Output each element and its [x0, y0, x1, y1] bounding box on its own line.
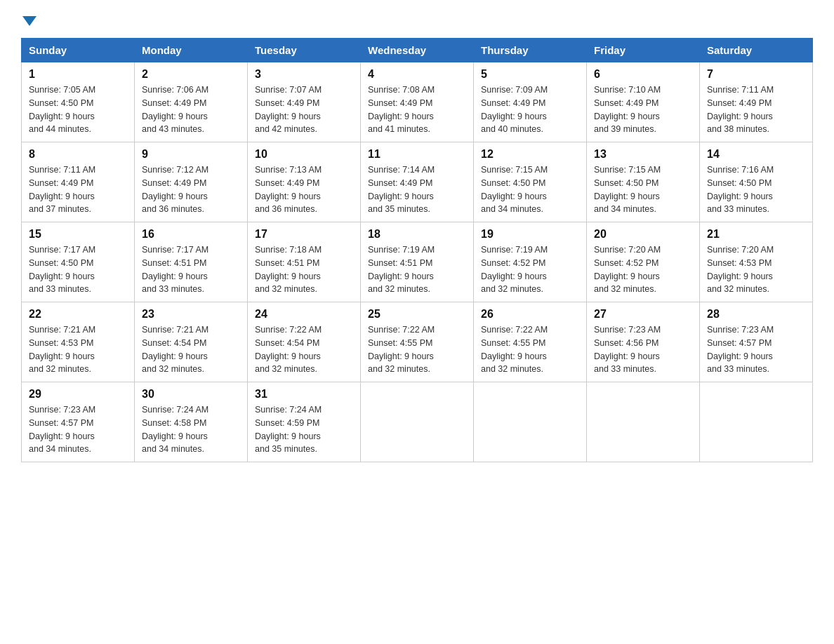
day-info: Sunrise: 7:15 AM Sunset: 4:50 PM Dayligh…: [594, 163, 692, 216]
day-number: 22: [29, 308, 127, 321]
day-info: Sunrise: 7:23 AM Sunset: 4:57 PM Dayligh…: [707, 323, 805, 376]
header-thursday: Thursday: [474, 39, 587, 62]
day-info: Sunrise: 7:06 AM Sunset: 4:49 PM Dayligh…: [142, 83, 240, 136]
day-number: 9: [142, 148, 240, 161]
day-number: 3: [255, 68, 353, 81]
day-info: Sunrise: 7:20 AM Sunset: 4:53 PM Dayligh…: [707, 243, 805, 296]
day-info: Sunrise: 7:17 AM Sunset: 4:51 PM Dayligh…: [142, 243, 240, 296]
day-info: Sunrise: 7:20 AM Sunset: 4:52 PM Dayligh…: [594, 243, 692, 296]
day-cell: 30 Sunrise: 7:24 AM Sunset: 4:58 PM Dayl…: [135, 382, 248, 462]
header-monday: Monday: [135, 39, 248, 62]
day-cell: 17 Sunrise: 7:18 AM Sunset: 4:51 PM Dayl…: [248, 222, 361, 302]
day-number: 30: [142, 388, 240, 401]
day-info: Sunrise: 7:19 AM Sunset: 4:51 PM Dayligh…: [368, 243, 466, 296]
day-cell: 22 Sunrise: 7:21 AM Sunset: 4:53 PM Dayl…: [22, 302, 135, 382]
day-number: 14: [707, 148, 805, 161]
logo-arrow-icon: [22, 16, 37, 26]
day-number: 21: [707, 228, 805, 241]
day-cell: 24 Sunrise: 7:22 AM Sunset: 4:54 PM Dayl…: [248, 302, 361, 382]
day-info: Sunrise: 7:22 AM Sunset: 4:54 PM Dayligh…: [255, 323, 353, 376]
day-cell: 31 Sunrise: 7:24 AM Sunset: 4:59 PM Dayl…: [248, 382, 361, 462]
header-friday: Friday: [587, 39, 700, 62]
day-number: 19: [481, 228, 579, 241]
day-cell: 28 Sunrise: 7:23 AM Sunset: 4:57 PM Dayl…: [700, 302, 813, 382]
day-number: 23: [142, 308, 240, 321]
week-row-5: 29 Sunrise: 7:23 AM Sunset: 4:57 PM Dayl…: [22, 382, 813, 462]
day-info: Sunrise: 7:09 AM Sunset: 4:49 PM Dayligh…: [481, 83, 579, 136]
day-cell: 27 Sunrise: 7:23 AM Sunset: 4:56 PM Dayl…: [587, 302, 700, 382]
day-number: 12: [481, 148, 579, 161]
week-row-3: 15 Sunrise: 7:17 AM Sunset: 4:50 PM Dayl…: [22, 222, 813, 302]
day-cell: 15 Sunrise: 7:17 AM Sunset: 4:50 PM Dayl…: [22, 222, 135, 302]
logo: [21, 14, 38, 25]
day-cell: 21 Sunrise: 7:20 AM Sunset: 4:53 PM Dayl…: [700, 222, 813, 302]
day-info: Sunrise: 7:22 AM Sunset: 4:55 PM Dayligh…: [481, 323, 579, 376]
day-number: 24: [255, 308, 353, 321]
day-cell: 9 Sunrise: 7:12 AM Sunset: 4:49 PM Dayli…: [135, 142, 248, 222]
day-info: Sunrise: 7:05 AM Sunset: 4:50 PM Dayligh…: [29, 83, 127, 136]
day-cell: [587, 382, 700, 462]
day-cell: 16 Sunrise: 7:17 AM Sunset: 4:51 PM Dayl…: [135, 222, 248, 302]
day-cell: 2 Sunrise: 7:06 AM Sunset: 4:49 PM Dayli…: [135, 62, 248, 142]
day-cell: 3 Sunrise: 7:07 AM Sunset: 4:49 PM Dayli…: [248, 62, 361, 142]
day-number: 28: [707, 308, 805, 321]
day-number: 8: [29, 148, 127, 161]
week-row-4: 22 Sunrise: 7:21 AM Sunset: 4:53 PM Dayl…: [22, 302, 813, 382]
calendar-header-row: SundayMondayTuesdayWednesdayThursdayFrid…: [22, 39, 813, 62]
day-cell: 1 Sunrise: 7:05 AM Sunset: 4:50 PM Dayli…: [22, 62, 135, 142]
day-info: Sunrise: 7:23 AM Sunset: 4:56 PM Dayligh…: [594, 323, 692, 376]
day-cell: 25 Sunrise: 7:22 AM Sunset: 4:55 PM Dayl…: [361, 302, 474, 382]
day-number: 27: [594, 308, 692, 321]
day-info: Sunrise: 7:13 AM Sunset: 4:49 PM Dayligh…: [255, 163, 353, 216]
day-cell: 13 Sunrise: 7:15 AM Sunset: 4:50 PM Dayl…: [587, 142, 700, 222]
day-cell: [361, 382, 474, 462]
day-info: Sunrise: 7:21 AM Sunset: 4:54 PM Dayligh…: [142, 323, 240, 376]
day-cell: 6 Sunrise: 7:10 AM Sunset: 4:49 PM Dayli…: [587, 62, 700, 142]
header-saturday: Saturday: [700, 39, 813, 62]
day-cell: 20 Sunrise: 7:20 AM Sunset: 4:52 PM Dayl…: [587, 222, 700, 302]
day-info: Sunrise: 7:16 AM Sunset: 4:50 PM Dayligh…: [707, 163, 805, 216]
day-info: Sunrise: 7:10 AM Sunset: 4:49 PM Dayligh…: [594, 83, 692, 136]
day-cell: 26 Sunrise: 7:22 AM Sunset: 4:55 PM Dayl…: [474, 302, 587, 382]
day-info: Sunrise: 7:21 AM Sunset: 4:53 PM Dayligh…: [29, 323, 127, 376]
day-number: 2: [142, 68, 240, 81]
header-sunday: Sunday: [22, 39, 135, 62]
day-number: 1: [29, 68, 127, 81]
week-row-1: 1 Sunrise: 7:05 AM Sunset: 4:50 PM Dayli…: [22, 62, 813, 142]
day-info: Sunrise: 7:23 AM Sunset: 4:57 PM Dayligh…: [29, 403, 127, 456]
day-number: 15: [29, 228, 127, 241]
day-cell: 4 Sunrise: 7:08 AM Sunset: 4:49 PM Dayli…: [361, 62, 474, 142]
day-info: Sunrise: 7:11 AM Sunset: 4:49 PM Dayligh…: [29, 163, 127, 216]
day-number: 16: [142, 228, 240, 241]
day-cell: [700, 382, 813, 462]
day-number: 11: [368, 148, 466, 161]
day-cell: 12 Sunrise: 7:15 AM Sunset: 4:50 PM Dayl…: [474, 142, 587, 222]
day-info: Sunrise: 7:08 AM Sunset: 4:49 PM Dayligh…: [368, 83, 466, 136]
header-tuesday: Tuesday: [248, 39, 361, 62]
day-info: Sunrise: 7:07 AM Sunset: 4:49 PM Dayligh…: [255, 83, 353, 136]
day-number: 20: [594, 228, 692, 241]
day-cell: 5 Sunrise: 7:09 AM Sunset: 4:49 PM Dayli…: [474, 62, 587, 142]
day-info: Sunrise: 7:12 AM Sunset: 4:49 PM Dayligh…: [142, 163, 240, 216]
day-cell: 14 Sunrise: 7:16 AM Sunset: 4:50 PM Dayl…: [700, 142, 813, 222]
day-number: 7: [707, 68, 805, 81]
day-cell: 10 Sunrise: 7:13 AM Sunset: 4:49 PM Dayl…: [248, 142, 361, 222]
day-info: Sunrise: 7:24 AM Sunset: 4:59 PM Dayligh…: [255, 403, 353, 456]
calendar-table: SundayMondayTuesdayWednesdayThursdayFrid…: [21, 38, 813, 462]
day-cell: 8 Sunrise: 7:11 AM Sunset: 4:49 PM Dayli…: [22, 142, 135, 222]
day-number: 6: [594, 68, 692, 81]
day-number: 5: [481, 68, 579, 81]
day-number: 26: [481, 308, 579, 321]
day-number: 10: [255, 148, 353, 161]
day-info: Sunrise: 7:18 AM Sunset: 4:51 PM Dayligh…: [255, 243, 353, 296]
day-number: 4: [368, 68, 466, 81]
day-number: 31: [255, 388, 353, 401]
day-number: 29: [29, 388, 127, 401]
day-info: Sunrise: 7:15 AM Sunset: 4:50 PM Dayligh…: [481, 163, 579, 216]
day-number: 18: [368, 228, 466, 241]
day-cell: 18 Sunrise: 7:19 AM Sunset: 4:51 PM Dayl…: [361, 222, 474, 302]
day-cell: 7 Sunrise: 7:11 AM Sunset: 4:49 PM Dayli…: [700, 62, 813, 142]
day-cell: 19 Sunrise: 7:19 AM Sunset: 4:52 PM Dayl…: [474, 222, 587, 302]
week-row-2: 8 Sunrise: 7:11 AM Sunset: 4:49 PM Dayli…: [22, 142, 813, 222]
day-info: Sunrise: 7:19 AM Sunset: 4:52 PM Dayligh…: [481, 243, 579, 296]
